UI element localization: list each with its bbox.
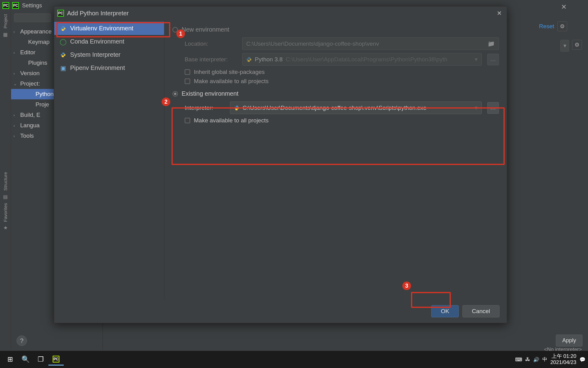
browse-button[interactable]: … [487,54,499,65]
annotation-callout-3: 3 [402,282,411,290]
sidebar-item-label: Conda Environment [70,38,124,45]
structure-icon: ▤ [2,194,9,200]
python-icon [246,57,252,62]
cancel-button[interactable]: Cancel [462,305,499,317]
sidebar-item-conda[interactable]: ◯ Conda Environment [54,35,164,48]
pycharm-icon: PC [2,2,9,9]
base-path: C:\Users\User\AppData\Local\Programs\Pyt… [286,56,447,63]
right-bar: Reset ⚙ [539,21,582,31]
pycharm-taskbar-icon[interactable]: PC [48,353,64,366]
check-label: Make available to all projects [194,78,269,85]
chevron-down-icon: ▾ [475,104,478,111]
chevron-down-icon[interactable]: ▾ [560,40,569,52]
base-name: Python 3.8 [255,56,283,63]
radio-icon [172,91,178,97]
rail-structure[interactable]: Structure [3,172,8,191]
tray-keyboard-icon[interactable]: ⌨ [515,357,522,362]
search-input[interactable] [14,13,51,22]
radio-label: New environment [182,26,229,33]
help-button[interactable]: ? [17,335,27,346]
row-base-interpreter: Base interpreter: Python 3.8 C:\Users\Us… [185,53,499,66]
python-icon [234,105,239,111]
browse-button[interactable]: … [487,102,499,114]
check-make-avail-2[interactable]: Make available to all projects [185,117,499,124]
start-icon[interactable]: ⊞ [2,353,18,366]
radio-existing-env[interactable]: Existing environment [172,90,499,97]
close-icon[interactable]: ✕ [561,3,567,11]
dialog-titlebar: PC Add Python Interpreter ✕ [54,6,507,20]
python-icon [60,52,66,58]
time-label: 上午 01:20 [550,353,576,359]
check-inherit[interactable]: Inherit global site-packages [185,69,499,75]
tray-clock[interactable]: 上午 01:20 2021/04/23 [550,353,576,366]
sidebar-item-system[interactable]: System Interpreter [54,48,164,61]
radio-new-env[interactable]: New environment [172,26,499,33]
sidebar-item-label: Pipenv Environment [70,64,125,71]
reset-link[interactable]: Reset [539,23,554,30]
checkbox-icon [185,69,190,75]
tray-network-icon[interactable]: 🖧 [525,357,530,362]
sidebar-item-label: System Interpreter [70,51,121,58]
interpreter-label: Interpreter: [185,105,224,111]
sidebar-item-virtualenv[interactable]: Virtualenv Environment [54,22,164,35]
tray-ime[interactable]: 中 [542,356,547,363]
ok-button[interactable]: OK [431,305,458,317]
base-interpreter-field[interactable]: Python 3.8 C:\Users\User\AppData\Local\P… [242,53,482,66]
check-label: Make available to all projects [194,117,269,124]
python-icon [60,25,66,32]
apply-button[interactable]: Apply [556,335,582,347]
check-make-avail-1[interactable]: Make available to all projects [185,78,499,85]
dialog-main: New environment Location: C:\Users\User\… [164,20,507,300]
conda-icon: ◯ [60,38,66,45]
close-button[interactable]: ✕ [495,9,504,18]
tray-notifications-icon[interactable]: 💬 [579,357,586,362]
date-label: 2021/04/23 [550,359,576,366]
taskview-icon[interactable]: ❐ [33,353,48,366]
settings-title: Settings [22,2,42,9]
browse-folder-icon[interactable] [488,40,495,47]
taskbar: ⊞ 🔍 ❐ PC ⌨ 🖧 🔊 中 上午 01:20 2021/04/23 💬 [0,351,588,368]
dialog-footer: OK Cancel [54,300,507,323]
tray-volume-icon[interactable]: 🔊 [533,357,539,362]
annotation-callout-2: 2 [162,98,170,106]
add-interpreter-dialog: PC Add Python Interpreter ✕ Virtualenv E… [54,6,507,323]
location-field[interactable]: C:\Users\User\Documents\django-coffee-sh… [242,37,499,50]
interpreter-value: C:\Users\User\Documents\django-coffee-sh… [243,105,427,111]
checkbox-icon [185,79,190,84]
dialog-body: Virtualenv Environment ◯ Conda Environme… [54,20,507,300]
interpreter-field[interactable]: C:\Users\User\Documents\django-coffee-sh… [230,102,482,114]
pycharm-icon: PC [57,10,64,17]
pycharm-icon: PC [12,2,19,9]
search-taskbar-icon[interactable]: 🔍 [18,353,33,366]
gear-button[interactable]: ⚙ [557,21,567,31]
chevron-down-icon: ▾ [475,56,478,63]
sidebar-item-pipenv[interactable]: ▣ Pipenv Environment [54,61,164,75]
location-label: Location: [185,40,237,47]
dialog-title-text: Add Python Interpreter [67,10,129,17]
star-icon: ★ [2,225,9,231]
dialog-sidebar: Virtualenv Environment ◯ Conda Environme… [54,20,164,300]
radio-label: Existing environment [182,90,239,97]
pipenv-icon: ▣ [60,65,66,71]
row-interpreter: Interpreter: C:\Users\User\Documents\dja… [185,102,499,114]
rail-project[interactable]: Project [3,14,8,29]
annotation-callout-1: 1 [176,29,185,38]
sidebar-item-label: Virtualenv Environment [70,25,133,32]
gear-button-2[interactable]: ⚙ [572,40,582,50]
base-label: Base interpreter: [185,56,237,63]
rail-favorites[interactable]: Favorites [3,203,8,222]
check-label: Inherit global site-packages [194,69,265,75]
row-location: Location: C:\Users\User\Documents\django… [185,37,499,50]
left-rail: Project ▦ Structure ▤ Favorites ★ [0,11,11,350]
folder-icon: ▦ [2,32,9,38]
location-value: C:\Users\User\Documents\django-coffee-sh… [246,40,379,47]
checkbox-icon [185,118,190,123]
settings-footer: Apply [553,335,582,347]
